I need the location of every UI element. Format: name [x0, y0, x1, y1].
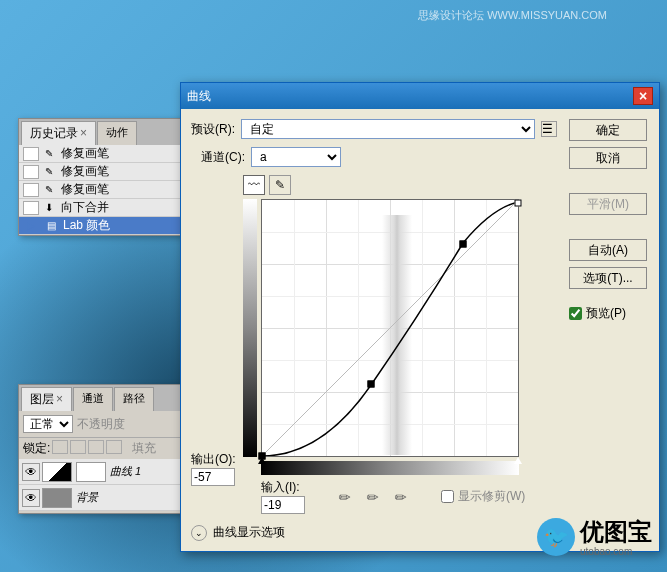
cancel-button[interactable]: 取消 — [569, 147, 647, 169]
history-item[interactable]: ✎修复画笔 — [19, 163, 187, 181]
ok-button[interactable]: 确定 — [569, 119, 647, 141]
close-icon[interactable]: × — [56, 392, 63, 406]
channel-row: 通道(C): a — [201, 147, 557, 167]
merge-icon: ⬇ — [41, 201, 57, 215]
channel-select[interactable]: a — [251, 147, 341, 167]
output-gradient — [243, 199, 257, 457]
history-item[interactable]: ▶▤Lab 颜色 — [19, 217, 187, 235]
history-check — [23, 165, 39, 179]
layer-thumb — [42, 462, 72, 482]
dialog-titlebar[interactable]: 曲线 × — [181, 83, 659, 109]
black-marker[interactable] — [258, 457, 266, 464]
layer-mask-thumb — [76, 462, 106, 482]
lock-all-icon[interactable] — [106, 440, 122, 454]
white-eyedropper-icon[interactable]: ✎ — [388, 483, 415, 510]
preset-menu-icon[interactable]: ☰ — [541, 121, 557, 137]
tab-actions[interactable]: 动作 — [97, 121, 137, 145]
history-item[interactable]: ✎修复画笔 — [19, 145, 187, 163]
tab-layers[interactable]: 图层× — [21, 387, 72, 411]
history-list: ✎修复画笔 ✎修复画笔 ✎修复画笔 ⬇向下合并 ▶▤Lab 颜色 — [19, 145, 187, 235]
play-icon: ▶ — [23, 219, 39, 233]
history-item[interactable]: ⬇向下合并 — [19, 199, 187, 217]
input-input[interactable] — [261, 496, 305, 514]
channel-label: 通道(C): — [201, 149, 245, 166]
preset-row: 预设(R): 自定 ☰ — [191, 119, 557, 139]
watermark-top: 思缘设计论坛 WWW.MISSYUAN.COM — [418, 8, 607, 23]
smooth-button[interactable]: 平滑(M) — [569, 193, 647, 215]
history-tabs: 历史记录× 动作 — [19, 119, 187, 145]
input-row: 输入(I): ✎ ✎ ✎ 显示修剪(W) — [261, 479, 557, 514]
blend-mode-select[interactable]: 正常 — [23, 415, 73, 433]
tab-paths[interactable]: 路径 — [114, 387, 154, 411]
logo-icon: 🐦 — [537, 518, 575, 556]
curve-line — [262, 200, 518, 456]
layers-tabs: 图层× 通道 路径 — [19, 385, 187, 411]
dialog-body: 预设(R): 自定 ☰ 通道(C): a 〰 ✎ 输出(O): — [181, 109, 659, 551]
layer-list: 👁 曲线 1 👁 背景 — [19, 459, 187, 511]
gray-eyedropper-icon[interactable]: ✎ — [360, 483, 387, 510]
curve-canvas[interactable] — [261, 199, 519, 457]
curves-dialog: 曲线 × 预设(R): 自定 ☰ 通道(C): a 〰 ✎ 输出(O): — [180, 82, 660, 552]
curve-point[interactable] — [515, 199, 522, 206]
auto-button[interactable]: 自动(A) — [569, 239, 647, 261]
curve-point[interactable] — [367, 381, 374, 388]
history-panel: 历史记录× 动作 ✎修复画笔 ✎修复画笔 ✎修复画笔 ⬇向下合并 ▶▤Lab 颜… — [18, 118, 188, 236]
clip-check[interactable]: 显示修剪(W) — [441, 488, 525, 505]
curve-point[interactable] — [459, 240, 466, 247]
display-options[interactable]: ⌄ 曲线显示选项 — [191, 524, 557, 541]
layer-item[interactable]: 👁 背景 — [19, 485, 187, 511]
lock-transparency-icon[interactable] — [52, 440, 68, 454]
doc-icon: ▤ — [43, 219, 59, 233]
layer-item[interactable]: 👁 曲线 1 — [19, 459, 187, 485]
brush-icon: ✎ — [41, 165, 57, 179]
options-button[interactable]: 选项(T)... — [569, 267, 647, 289]
preset-select[interactable]: 自定 — [241, 119, 535, 139]
input-gradient — [261, 461, 519, 475]
history-check — [23, 201, 39, 215]
tab-history[interactable]: 历史记录× — [21, 121, 96, 145]
layer-thumb — [42, 488, 72, 508]
curve-tools: 〰 ✎ — [243, 175, 557, 195]
close-button[interactable]: × — [633, 87, 653, 105]
opacity-label: 不透明度 — [77, 416, 125, 433]
pencil-tool-icon[interactable]: ✎ — [269, 175, 291, 195]
layers-panel: 图层× 通道 路径 正常 不透明度 锁定: 填充 👁 曲线 1 👁 背景 — [18, 384, 188, 514]
point-tool-icon[interactable]: 〰 — [243, 175, 265, 195]
chevron-icon[interactable]: ⌄ — [191, 525, 207, 541]
input-block: 输入(I): — [261, 479, 305, 514]
history-item[interactable]: ✎修复画笔 — [19, 181, 187, 199]
dialog-buttons: 确定 取消 平滑(M) 自动(A) 选项(T)... 预览(P) — [569, 119, 649, 541]
dialog-title: 曲线 — [187, 88, 211, 105]
visibility-icon[interactable]: 👁 — [22, 489, 40, 507]
curve-main — [261, 199, 519, 457]
curve-area — [243, 199, 557, 457]
tab-channels[interactable]: 通道 — [73, 387, 113, 411]
eyedropper-group: ✎ ✎ ✎ — [335, 488, 411, 506]
output-input[interactable] — [191, 468, 235, 486]
layer-lock-row: 锁定: 填充 — [19, 437, 187, 459]
black-eyedropper-icon[interactable]: ✎ — [332, 483, 359, 510]
brush-icon: ✎ — [41, 183, 57, 197]
output-block: 输出(O): — [191, 451, 236, 486]
lock-position-icon[interactable] — [88, 440, 104, 454]
preview-check[interactable]: 预览(P) — [569, 305, 649, 322]
watermark-bottom: 🐦 优图宝 utobao.com — [537, 516, 652, 557]
history-check — [23, 147, 39, 161]
history-check — [23, 183, 39, 197]
preset-label: 预设(R): — [191, 121, 235, 138]
layer-controls: 正常 不透明度 — [19, 411, 187, 437]
visibility-icon[interactable]: 👁 — [22, 463, 40, 481]
lock-pixels-icon[interactable] — [70, 440, 86, 454]
close-icon[interactable]: × — [80, 126, 87, 140]
dialog-left: 预设(R): 自定 ☰ 通道(C): a 〰 ✎ 输出(O): — [191, 119, 557, 541]
white-marker[interactable] — [514, 457, 522, 464]
brush-icon: ✎ — [41, 147, 57, 161]
